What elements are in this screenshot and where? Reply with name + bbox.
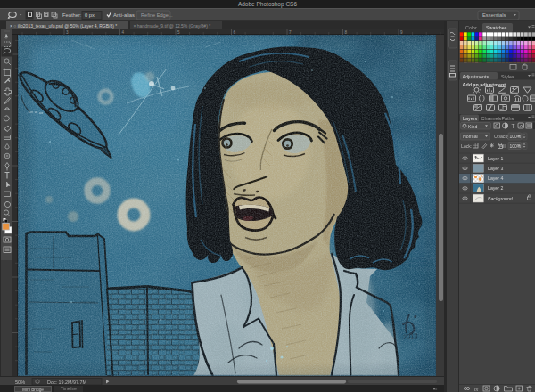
svg-text:Layers: Layers [463,115,477,120]
svg-text:0 px: 0 px [85,12,95,18]
svg-text:Essentials: Essentials [482,12,506,18]
svg-text:100%: 100% [509,134,521,139]
svg-text:Kind: Kind [468,123,477,128]
svg-text:50%: 50% [15,379,25,384]
svg-text:Channels: Channels [481,115,501,120]
svg-text:Swatches: Swatches [486,25,507,30]
svg-text:Layer 4: Layer 4 [488,176,503,181]
svg-text:Anti-alias: Anti-alias [113,12,135,18]
svg-text:Feather:: Feather: [62,12,82,18]
svg-text:T: T [511,123,514,129]
svg-text:Layer 1: Layer 1 [488,155,503,160]
svg-text:Paths: Paths [501,115,514,120]
svg-text:Color: Color [465,25,477,30]
svg-text:Doc: 19.2M/97.7M: Doc: 19.2M/97.7M [47,379,87,384]
svg-text:Background: Background [488,195,514,200]
svg-text:100%: 100% [509,143,521,148]
svg-text:Normal: Normal [463,134,478,139]
svg-text:Refine Edge...: Refine Edge... [141,12,173,18]
svg-text:Adjustments: Adjustments [462,73,489,78]
svg-text:Add an adjustment: Add an adjustment [462,81,506,86]
svg-text:Layer 2: Layer 2 [488,185,503,191]
svg-text:Lock:: Lock: [461,143,472,148]
svg-text:Styles: Styles [501,73,514,78]
svg-text:fx: fx [474,386,479,391]
svg-text:Fill:: Fill: [499,143,506,148]
svg-text:Layer 3: Layer 3 [488,165,503,170]
